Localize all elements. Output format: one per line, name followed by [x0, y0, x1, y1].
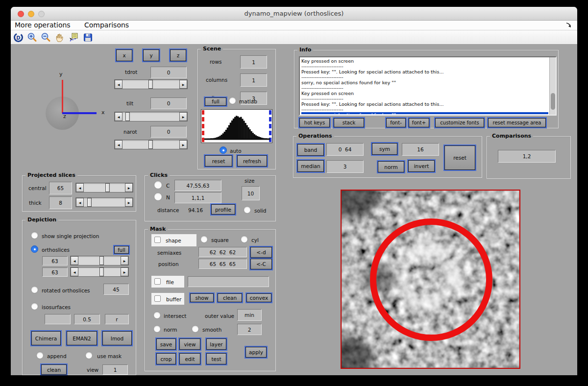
isosurfaces-radio[interactable] [31, 303, 38, 310]
title-bar[interactable]: dynamo_mapview (orthoslices) [11, 7, 577, 21]
invert-button[interactable]: invert [408, 160, 435, 172]
info-line[interactable]: ------------------------- [301, 96, 548, 101]
operations-reset-button[interactable]: reset [444, 145, 475, 170]
smooth-field[interactable]: 2 [237, 324, 262, 335]
tilt-field[interactable]: 0 [150, 97, 187, 109]
info-line[interactable]: Pressed key: "". Looking for special act… [301, 69, 548, 74]
datatip-icon[interactable] [68, 32, 78, 43]
font-plus-button[interactable]: font+ [409, 118, 429, 127]
append-radio[interactable] [36, 352, 44, 359]
slider-left-arrow-icon[interactable] [71, 267, 78, 276]
narot-field[interactable]: 0 [150, 126, 187, 138]
position-field[interactable]: 65 65 65 [198, 259, 247, 269]
mask-show-button[interactable]: show [190, 293, 214, 302]
contrast-histogram[interactable] [201, 109, 272, 143]
rotate-z-button[interactable]: z [170, 49, 186, 61]
info-line[interactable]: Key pressed on screen [301, 91, 548, 96]
slider-thumb[interactable] [99, 256, 104, 265]
auto-contrast-radio[interactable] [220, 146, 227, 154]
thick-slider[interactable] [75, 197, 133, 207]
columns-field[interactable]: 1 [240, 73, 267, 87]
slider-right-arrow-icon[interactable] [179, 140, 187, 149]
use-mask-radio[interactable] [85, 352, 93, 359]
mask-edit-button[interactable]: edit [179, 353, 200, 364]
scene-refresh-button[interactable]: refresh [237, 155, 267, 167]
reset-message-area-button[interactable]: reset message area [488, 118, 546, 127]
mask-crop-button[interactable]: crop [156, 353, 176, 364]
info-scrollbar-thumb[interactable] [551, 93, 555, 110]
cyl-radio[interactable] [241, 236, 248, 243]
hot-keys-button[interactable]: hot keys [299, 118, 330, 127]
slider-right-arrow-icon[interactable] [121, 256, 128, 265]
thick-field[interactable]: 8 [49, 196, 72, 209]
iso-field[interactable] [45, 314, 71, 324]
solid-radio[interactable] [244, 206, 251, 214]
slider-thumb[interactable] [87, 198, 92, 207]
view-field[interactable]: 1 [102, 364, 128, 375]
median-field[interactable]: 3 [326, 160, 364, 173]
mask-save-button[interactable]: save [156, 338, 176, 350]
slider-right-arrow-icon[interactable] [179, 112, 187, 121]
profile-button[interactable]: profile [211, 204, 235, 215]
matlab-radio[interactable] [229, 97, 236, 104]
slider-right-arrow-icon[interactable] [121, 267, 128, 276]
info-line[interactable]: sorry, no special actions found for key … [301, 112, 548, 114]
info-scrollbar[interactable] [549, 57, 556, 115]
imod-button[interactable]: Imod [102, 331, 132, 345]
slice1-slider[interactable] [70, 256, 129, 265]
slice1-field[interactable]: 63 [42, 256, 68, 265]
zoom-in-icon[interactable] [27, 32, 37, 43]
slider-thumb[interactable] [148, 80, 153, 89]
norm-button[interactable]: norm [378, 161, 404, 172]
depiction-full-button[interactable]: full [114, 246, 129, 254]
position-from-c-button[interactable]: <-C [250, 259, 272, 269]
outer-value-field[interactable]: min [237, 309, 262, 321]
slider-thumb[interactable] [99, 267, 104, 276]
central-field[interactable]: 65 [49, 182, 72, 194]
intersect-radio[interactable] [153, 312, 161, 319]
shape-checkbox[interactable] [154, 237, 161, 243]
square-radio[interactable] [200, 236, 208, 243]
c-point-radio[interactable] [154, 181, 162, 189]
mask-view-button[interactable]: view [179, 338, 200, 350]
sym-field[interactable]: 16 [402, 143, 439, 156]
slider-track[interactable] [78, 256, 121, 265]
slider-track[interactable] [78, 267, 121, 276]
iso-level-field[interactable]: 0.5 [74, 314, 100, 324]
slider-track[interactable] [122, 140, 179, 149]
slider-thumb[interactable] [105, 183, 110, 192]
band-button[interactable]: band [297, 144, 324, 156]
zoom-window-button[interactable] [38, 11, 45, 17]
mask-convex-button[interactable]: convex [246, 293, 271, 302]
customize-fonts-button[interactable]: customize fonts [435, 118, 484, 127]
slider-thumb[interactable] [125, 112, 130, 121]
pan-hand-icon[interactable] [54, 32, 65, 43]
n-point-field[interactable]: 1,1,1 [174, 192, 221, 203]
slice2-field[interactable]: 63 [42, 267, 68, 277]
mask-layer-button[interactable]: layer [206, 338, 226, 350]
central-slider[interactable] [75, 183, 133, 193]
save-icon[interactable] [83, 32, 93, 43]
size-field[interactable]: 10 [242, 186, 260, 200]
tdrot-field[interactable]: 0 [150, 67, 187, 78]
eman2-button[interactable]: EMAN2 [67, 331, 97, 345]
narot-slider[interactable] [114, 140, 188, 149]
show-single-projection-radio[interactable] [31, 232, 38, 239]
semiaxes-from-d-button[interactable]: <-d [250, 247, 272, 258]
scene-full-button[interactable]: full [205, 97, 226, 106]
c-point-field[interactable]: 47,55,63 [174, 180, 221, 191]
slice2-slider[interactable] [70, 267, 129, 277]
mask-clean-button[interactable]: clean [218, 293, 242, 302]
dynamo-logo-icon[interactable]: D [13, 32, 24, 43]
rotate-x-button[interactable]: x [116, 49, 132, 61]
stack-button[interactable]: stack [334, 118, 364, 127]
comparisons-field[interactable]: 1,2 [498, 150, 556, 163]
buffer-checkbox[interactable] [154, 295, 161, 302]
slider-left-arrow-icon[interactable] [115, 140, 122, 149]
band-field[interactable]: 0 64 [326, 143, 364, 156]
rows-field[interactable]: 1 [240, 55, 267, 69]
smooth-radio[interactable] [192, 325, 199, 333]
n-point-radio[interactable] [154, 193, 162, 201]
scene-reset-button[interactable]: reset [205, 155, 232, 167]
mask-apply-button[interactable]: apply [245, 347, 267, 358]
